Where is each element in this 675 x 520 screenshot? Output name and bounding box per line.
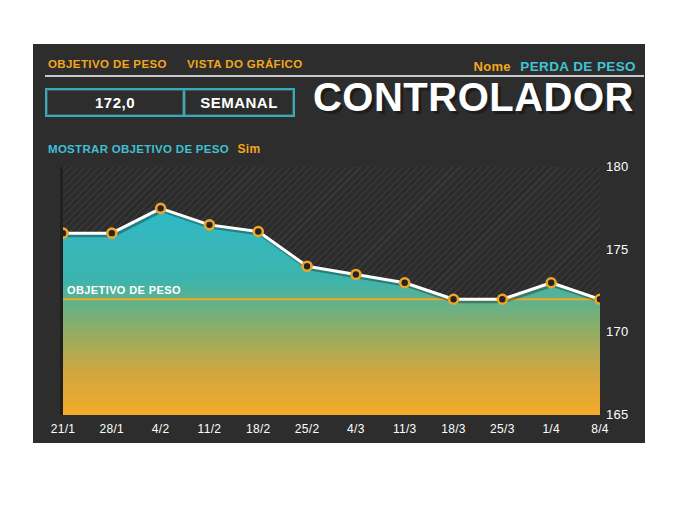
name-value[interactable]: PERDA DE PESO: [520, 59, 636, 74]
goal-line-label: OBJETIVO DE PESO: [67, 284, 181, 296]
data-point-marker: [596, 295, 601, 304]
data-point-marker: [254, 227, 263, 236]
goal-weight-header-label: OBJETIVO DE PESO: [48, 58, 167, 70]
x-axis-tick: 25/2: [283, 421, 332, 437]
show-goal-label: MOSTRAR OBJETIVO DE PESO: [48, 143, 229, 155]
data-point-marker: [400, 278, 409, 287]
data-point-marker: [498, 295, 507, 304]
page-title: CONTROLADOR: [313, 77, 634, 117]
tracker-card: OBJETIVO DE PESO VISTA DO GRÁFICO Nome P…: [33, 44, 645, 443]
input-row: 172,0 SEMANAL: [45, 88, 295, 117]
data-point-marker: [205, 220, 214, 229]
data-point-marker: [156, 204, 165, 213]
data-point-marker: [351, 270, 360, 279]
x-axis-tick: 4/3: [331, 421, 380, 437]
y-axis-tick: 175: [606, 241, 648, 259]
chart-view-value: SEMANAL: [200, 94, 278, 111]
data-point-marker: [449, 295, 458, 304]
name-label: Nome: [473, 59, 510, 74]
weight-area-fill: [63, 208, 600, 415]
goal-weight-value: 172,0: [95, 94, 135, 111]
x-axis-tick: 21/1: [39, 421, 88, 437]
y-axis-tick: 170: [606, 323, 648, 341]
x-axis-tick: 11/2: [185, 421, 234, 437]
x-axis-tick: 8/4: [576, 421, 625, 437]
x-axis-tick: 4/2: [136, 421, 185, 437]
x-axis-tick: 18/3: [429, 421, 478, 437]
y-axis-tick: 180: [606, 158, 648, 176]
chart-view-select[interactable]: SEMANAL: [183, 88, 295, 117]
data-point-marker: [63, 229, 68, 238]
data-point-marker: [547, 278, 556, 287]
x-axis-tick: 1/4: [527, 421, 576, 437]
x-axis-tick: 25/3: [478, 421, 527, 437]
show-goal-row: MOSTRAR OBJETIVO DE PESO Sim: [48, 142, 260, 156]
data-point-marker: [303, 262, 312, 271]
name-row: Nome PERDA DE PESO: [473, 57, 636, 75]
show-goal-value[interactable]: Sim: [238, 142, 261, 156]
chart-view-header-label: VISTA DO GRÁFICO: [187, 58, 303, 70]
data-point-marker: [107, 229, 116, 238]
x-axis-tick: 18/2: [234, 421, 283, 437]
x-axis-tick: 11/3: [380, 421, 429, 437]
x-axis-tick: 28/1: [87, 421, 136, 437]
weight-tracker-page: OBJETIVO DE PESO VISTA DO GRÁFICO Nome P…: [0, 0, 675, 520]
goal-weight-input[interactable]: 172,0: [45, 88, 185, 117]
